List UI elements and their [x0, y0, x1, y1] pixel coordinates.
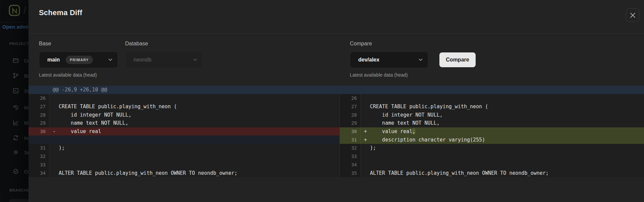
diff-marker: - — [49, 128, 59, 134]
code-text: id integer NOT NULL, — [370, 112, 443, 118]
sidebar-item-label: Dashboard — [24, 58, 29, 64]
breadcrumb-slash: / — [23, 5, 26, 16]
base-select[interactable]: main PRIMARY — [39, 51, 118, 68]
diff-row-base-filler — [29, 135, 339, 144]
line-number: 27 — [29, 102, 49, 111]
close-icon — [630, 12, 636, 18]
chevron-down-icon — [193, 58, 197, 61]
sidebar-item-label: Restore — [24, 105, 29, 111]
sidebar-bottom-card — [9, 199, 29, 202]
diff-pane-compare: 2627CREATE TABLE public.playing_with_neo… — [339, 86, 644, 177]
diff-row-base-33: 33 — [29, 160, 339, 169]
code-text: ALTER TABLE public.playing_with_neon OWN… — [370, 170, 549, 176]
diff-row-base-31: 31); — [29, 144, 339, 152]
database-select: neondb — [125, 51, 203, 68]
sidebar-item-integrations[interactable]: Integrations — [0, 132, 29, 144]
sidebar-item-settings[interactable]: Settings — [0, 147, 29, 158]
open-admin-link[interactable]: Open admi — [2, 24, 29, 30]
diff-row-base-28: 28 id integer NOT NULL, — [29, 111, 339, 119]
line-number: 31 — [340, 135, 361, 144]
diff-marker: + — [361, 128, 370, 134]
sidebar-item-sql-editor[interactable]: SQL Editor — [0, 85, 29, 96]
diff-row-base-26: 26 — [29, 94, 339, 103]
restore-icon — [13, 105, 19, 111]
sidebar-item-operations[interactable]: Operations — [0, 166, 29, 177]
operations-icon — [13, 168, 19, 174]
database-select-value: neondb — [133, 57, 151, 63]
base-helper-text: Latest available data (head) — [39, 72, 97, 78]
hunk-header: @@ -26,9 +26,10 @@ — [29, 87, 107, 93]
schema-diff-modal: Schema Diff Base Database Compare main P… — [29, 0, 644, 202]
line-number: 32 — [340, 144, 361, 152]
word-diff-highlight: , — [412, 128, 415, 134]
sidebar: / Open admi PROJECT DashboardBranchesSQL… — [0, 0, 29, 202]
sidebar-item-monitoring[interactable]: Monitoring — [0, 117, 29, 128]
diff-row-base-29: 29 name text NOT NULL, — [29, 119, 339, 127]
diff-row-compare-hunk — [340, 86, 644, 94]
diff-row-base-hunk: @@ -26,9 +26,10 @@ — [29, 86, 339, 94]
primary-badge: PRIMARY — [66, 56, 93, 64]
line-number: 27 — [340, 102, 361, 111]
diff-marker: + — [361, 137, 370, 143]
compare-select[interactable]: dev/alex — [350, 51, 428, 68]
diff-row-compare-35: 35ALTER TABLE public.playing_with_neon O… — [340, 169, 644, 177]
code-text: id integer NOT NULL, — [59, 112, 131, 118]
branches-icon — [13, 73, 19, 79]
monitoring-icon — [13, 120, 19, 126]
dashboard-icon — [13, 57, 19, 64]
close-button[interactable] — [626, 8, 639, 22]
diff-row-compare-26: 26 — [340, 94, 644, 103]
integrations-icon — [13, 135, 19, 141]
code-text: value real, — [370, 128, 415, 134]
chevron-down-icon — [419, 58, 423, 61]
database-label: Database — [125, 41, 148, 47]
line-number: 33 — [340, 152, 361, 161]
compare-helper-text: Latest available data (head) — [350, 72, 408, 78]
diff-row-compare-33: 33 — [340, 152, 644, 161]
diff-row-compare-29: 29 name text NOT NULL, — [340, 119, 644, 127]
line-number: 33 — [29, 160, 49, 169]
modal-header: Schema Diff — [29, 0, 644, 34]
chevron-down-icon — [108, 58, 112, 61]
line-number: 28 — [29, 111, 49, 119]
diff-row-compare-30: 30+ value real, — [340, 127, 644, 136]
code-text: value real — [59, 128, 101, 134]
sidebar-section-project: PROJECT — [9, 42, 29, 46]
compare-button[interactable]: Compare — [439, 52, 476, 67]
line-number: 34 — [29, 169, 49, 177]
settings-icon — [13, 149, 19, 155]
code-text: ); — [370, 145, 376, 151]
code-text: CREATE TABLE public.playing_with_neon ( — [370, 104, 488, 110]
diff-row-compare-32: 32); — [340, 144, 644, 152]
sidebar-item-label: Settings — [24, 150, 29, 155]
code-text: description character varying(255) — [370, 137, 485, 143]
line-number: 32 — [29, 152, 49, 161]
schema-diff-view: @@ -26,9 +26,10 @@2627CREATE TABLE publi… — [29, 86, 644, 177]
line-number: 26 — [340, 94, 361, 103]
sidebar-item-restore[interactable]: Restore — [0, 102, 29, 113]
compare-select-value: dev/alex — [358, 57, 379, 63]
sidebar-divider — [0, 22, 29, 23]
diff-row-compare-28: 28 id integer NOT NULL, — [340, 111, 644, 119]
line-number: 28 — [340, 111, 361, 119]
sidebar-section-branches: BRANCHES — [9, 188, 29, 192]
sidebar-item-label: Integrations — [24, 135, 29, 141]
code-text: name text NOT NULL, — [370, 120, 440, 126]
sidebar-item-label: Branches — [24, 73, 29, 79]
code-text: CREATE TABLE public.playing_with_neon ( — [59, 104, 177, 110]
diff-row-compare-31: 31+ description character varying(255) — [340, 135, 644, 144]
neon-logo[interactable] — [9, 5, 20, 17]
diff-pane-base: @@ -26,9 +26,10 @@2627CREATE TABLE publi… — [29, 86, 339, 177]
line-number: 26 — [29, 94, 49, 103]
sidebar-item-branches[interactable]: Branches — [0, 70, 29, 81]
diff-row-base-27: 27CREATE TABLE public.playing_with_neon … — [29, 102, 339, 111]
line-number: 31 — [29, 144, 49, 152]
sidebar-item-dashboard[interactable]: Dashboard — [0, 55, 29, 66]
diff-row-compare-27: 27CREATE TABLE public.playing_with_neon … — [340, 102, 644, 111]
sidebar-item-label: Operations — [24, 169, 29, 174]
line-number: 30 — [29, 127, 49, 136]
compare-label: Compare — [350, 41, 372, 47]
code-text: ALTER TABLE public.playing_with_neon OWN… — [59, 170, 237, 176]
sidebar-item-label: Monitoring — [24, 120, 29, 126]
code-text: ); — [59, 145, 65, 151]
